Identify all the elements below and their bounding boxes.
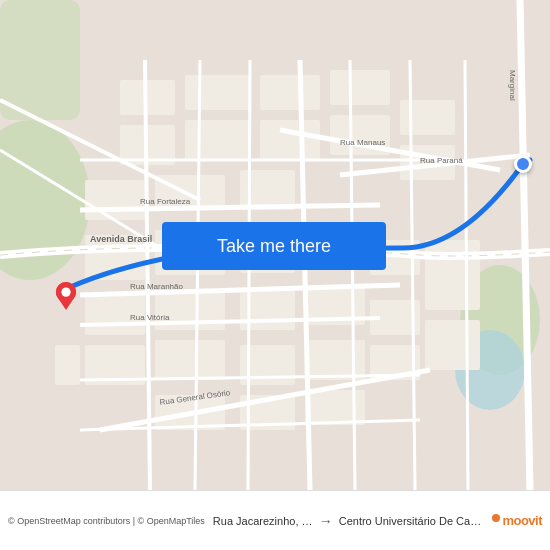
svg-rect-34 xyxy=(260,120,320,160)
take-me-there-button[interactable]: Take me there xyxy=(162,222,386,270)
moovit-brand-label: moovit xyxy=(502,513,542,528)
svg-rect-4 xyxy=(85,180,145,220)
start-marker xyxy=(514,155,532,173)
svg-text:Rua Vitória: Rua Vitória xyxy=(130,313,170,322)
bottom-bar: © OpenStreetMap contributors | © OpenMap… xyxy=(0,490,550,550)
svg-rect-2 xyxy=(0,0,80,120)
svg-text:Rua Manaus: Rua Manaus xyxy=(340,138,385,147)
svg-text:Rua Maranhão: Rua Maranhão xyxy=(130,282,183,291)
route-from: Rua Jacarezinho, 1... xyxy=(213,515,313,527)
svg-rect-29 xyxy=(185,75,250,110)
svg-text:Marginal: Marginal xyxy=(508,70,517,101)
svg-rect-25 xyxy=(425,240,480,310)
svg-rect-31 xyxy=(330,70,390,105)
svg-text:Rua Fortaleza: Rua Fortaleza xyxy=(140,197,191,206)
svg-rect-26 xyxy=(425,320,480,370)
map-container: Avenida Brasil Rua Fortaleza Rua Manaus … xyxy=(0,0,550,490)
attribution-area: © OpenStreetMap contributors | © OpenMap… xyxy=(8,516,205,526)
svg-rect-36 xyxy=(400,100,455,135)
svg-rect-17 xyxy=(155,340,225,380)
moovit-dot-icon xyxy=(492,514,500,522)
osm-attribution: © OpenStreetMap contributors | © OpenMap… xyxy=(8,516,205,526)
svg-rect-24 xyxy=(305,390,365,425)
svg-rect-33 xyxy=(185,120,250,160)
svg-rect-27 xyxy=(55,345,80,385)
route-arrow-icon: → xyxy=(319,513,333,529)
svg-rect-30 xyxy=(260,75,320,110)
route-info: Rua Jacarezinho, 1... → Centro Universit… xyxy=(213,513,485,529)
svg-rect-19 xyxy=(305,340,365,380)
moovit-logo: moovit xyxy=(492,513,542,528)
route-to: Centro Universitário De Casc... xyxy=(339,515,485,527)
destination-marker xyxy=(52,282,80,310)
svg-text:Rua Paraná: Rua Paraná xyxy=(420,156,463,165)
svg-point-47 xyxy=(61,287,70,296)
svg-text:Avenida Brasil: Avenida Brasil xyxy=(90,234,152,244)
